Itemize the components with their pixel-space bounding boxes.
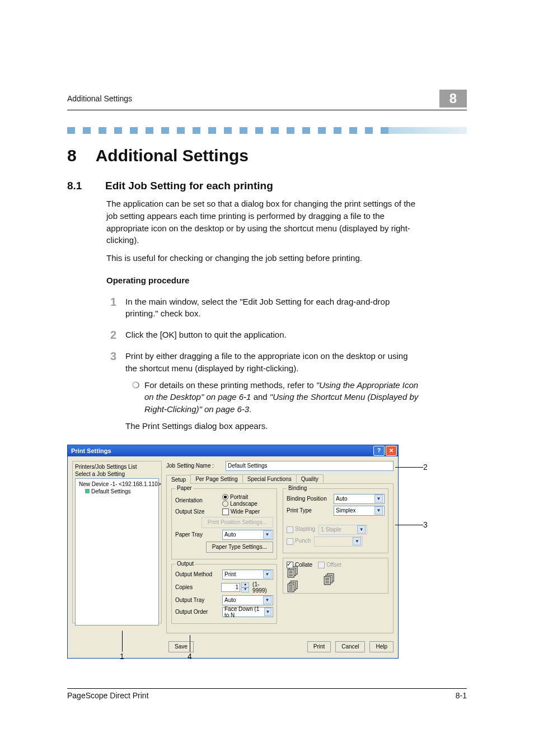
copies-range: (1-9999) [252, 581, 273, 594]
step-2-number: 2 [106, 329, 116, 341]
offset-checkbox: Offset [318, 562, 341, 568]
chevron-down-icon: ▼ [263, 596, 271, 604]
chevron-down-icon: ▼ [263, 530, 271, 539]
output-tray-label: Output Tray [175, 597, 219, 603]
paper-type-button[interactable]: Paper Type Settings... [206, 542, 273, 553]
chevron-down-icon: ▼ [264, 608, 271, 616]
titlebar-close-button[interactable]: ✕ [386, 446, 397, 456]
stapling-combo: 1 Staple▼ [318, 525, 367, 535]
titlebar-help-button[interactable]: ? [373, 446, 385, 456]
callout-4: 4 [188, 652, 192, 661]
chevron-down-icon: ▼ [263, 570, 271, 578]
print-type-label: Print Type [287, 507, 330, 514]
output-tray-combo[interactable]: Auto▼ [222, 595, 273, 605]
spin-up-icon[interactable]: ▲ [241, 582, 249, 587]
cancel-button[interactable]: Cancel [335, 641, 365, 652]
step-1-text: In the main window, select the "Edit Job… [125, 296, 420, 320]
binding-position-combo[interactable]: Auto▼ [334, 494, 385, 504]
print-type-combo[interactable]: Simplex▼ [334, 506, 385, 516]
chevron-down-icon: ▼ [353, 537, 361, 545]
output-method-label: Output Method [175, 571, 219, 577]
step-1-number: 1 [106, 296, 116, 320]
tab-special[interactable]: Special Functions [242, 474, 297, 483]
tab-setup[interactable]: Setup [166, 475, 191, 484]
binding-legend: Binding [287, 485, 308, 491]
output-order-combo[interactable]: Face Down (1 to N▼ [222, 607, 273, 617]
chapter-badge: 8 [439, 90, 467, 108]
footer-left: PageScope Direct Print [67, 691, 149, 700]
decorative-stripe [67, 127, 467, 134]
copies-spinner[interactable]: 1 ▲▼ [221, 582, 249, 592]
h1-number: 8 [67, 146, 77, 165]
step-3-sub: For details on these printing methods, r… [144, 379, 420, 416]
output-legend: Output [175, 561, 195, 567]
footer-right: 8-1 [456, 691, 467, 700]
tree-item-default[interactable]: Default Settings [77, 488, 157, 495]
print-settings-dialog: Print Settings ? ✕ Printers/Job Settings… [67, 445, 399, 659]
print-button[interactable]: Print [307, 641, 331, 652]
chevron-down-icon: ▼ [357, 525, 366, 534]
paper-legend: Paper [175, 485, 194, 491]
output-order-label: Output Order [175, 609, 219, 615]
stapling-checkbox: Stapling [287, 526, 315, 533]
tabs: Setup Per Page Setting Special Functions… [166, 474, 394, 484]
output-fieldset: Output Output Method Print▼ Copies [171, 564, 277, 624]
step-3-text: Print by either dragging a file to the a… [125, 351, 408, 373]
doc-icon [85, 489, 90, 493]
paper-tray-label: Paper Tray [175, 531, 219, 538]
chevron-down-icon: ▼ [374, 506, 383, 515]
callout-2: 2 [423, 463, 428, 472]
printers-job-list-panel: Printers/Job Settings List Select a Job … [72, 461, 162, 623]
tab-quality[interactable]: Quality [296, 474, 324, 483]
punch-checkbox: Punch [287, 538, 311, 544]
orientation-portrait-radio[interactable]: Portrait [222, 494, 257, 500]
step-3: 3 Print by either dragging a file to the… [106, 350, 420, 438]
job-name-label: Job Setting Name : [166, 463, 222, 469]
intro-paragraph-1: The application can be set so that a dia… [106, 198, 420, 246]
select-job-label: Select a Job Setting [75, 471, 159, 477]
step-3-after: The Print Settings dialog box appears. [125, 420, 420, 432]
orientation-landscape-radio[interactable]: Landscape [222, 501, 257, 507]
binding-fieldset: Binding Binding Position Auto▼ Print Typ… [283, 488, 388, 553]
output-size-label: Output Size [175, 508, 219, 515]
offset-icon: 🗐 [318, 571, 340, 590]
dialog-title: Print Settings [71, 447, 111, 454]
collate-offset-box: Collate 🗐🗐 Offset 🗐 [283, 558, 388, 594]
paper-fieldset: Paper Orientation Portrait Landscape [171, 488, 277, 559]
sub-bullet: ❍ [132, 379, 138, 416]
callout-1: 1 [120, 652, 124, 661]
running-title: Additional Settings [67, 94, 132, 103]
tree-item-device[interactable]: New Device -1- <192.168.1.110> [77, 480, 157, 488]
operating-heading: Operating procedure [106, 274, 420, 287]
step-3-number: 3 [106, 350, 116, 438]
spin-down-icon[interactable]: ▼ [241, 587, 249, 592]
intro-paragraph-2: This is useful for checking or changing … [106, 252, 420, 264]
left-panel-title: Printers/Job Settings List [75, 464, 159, 470]
step-1: 1 In the main window, select the "Edit J… [106, 296, 420, 320]
h1-text: Additional Settings [96, 146, 249, 165]
tab-per-page[interactable]: Per Page Setting [190, 474, 243, 483]
step-2: 2 Click the [OK] button to quit the appl… [106, 329, 420, 341]
step-2-text: Click the [OK] button to quit the applic… [125, 329, 420, 341]
titlebar: Print Settings ? ✕ [68, 445, 398, 456]
job-name-input[interactable]: Default Settings [226, 461, 394, 471]
paper-tray-combo[interactable]: Auto▼ [222, 530, 273, 540]
h2-number: 8.1 [67, 180, 93, 192]
binding-position-label: Binding Position [287, 496, 330, 502]
collate-icon: 🗐🗐 [287, 571, 309, 590]
print-position-button: Print Position Settings... [202, 517, 273, 528]
h2-text: Edit Job Setting for each printing [105, 180, 273, 192]
tree-box[interactable]: New Device -1- <192.168.1.110> Default S… [75, 478, 159, 626]
callout-3: 3 [423, 520, 428, 529]
punch-combo: ▼ [314, 536, 363, 547]
wide-paper-checkbox[interactable]: Wide Paper [222, 508, 260, 515]
copies-label: Copies [175, 584, 218, 590]
help-button[interactable]: Help [369, 641, 394, 652]
orientation-label: Orientation [175, 497, 219, 503]
output-method-combo[interactable]: Print▼ [222, 570, 273, 580]
chevron-down-icon: ▼ [374, 494, 383, 503]
